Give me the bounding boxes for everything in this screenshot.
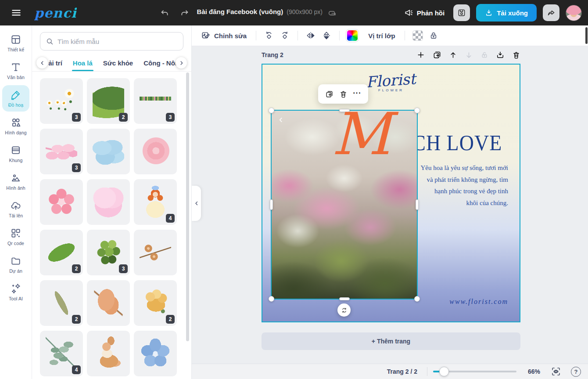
avatar[interactable] [566, 5, 582, 21]
top-bar: penci Bài đăng Facebook (vuông) (900x900… [0, 0, 588, 25]
sidebar-item-image[interactable]: Hình ảnh [2, 168, 29, 195]
header-actions: Phản hồi Tải xuống [404, 4, 588, 22]
tab-suc-khoe[interactable]: Sức khỏe [98, 54, 138, 71]
graphic-thumbnail[interactable]: 2 [134, 280, 177, 326]
graphic-thumbnail[interactable] [134, 331, 177, 376]
search-input[interactable] [57, 38, 178, 45]
graphic-thumbnail[interactable]: 2 [40, 230, 83, 275]
preview-icon[interactable] [551, 366, 561, 377]
duplicate-element-icon[interactable] [325, 90, 333, 98]
sidebar-item-qrcode[interactable]: Qr code [2, 224, 29, 250]
zoom-slider[interactable] [433, 367, 516, 376]
image-prev-arrow-icon[interactable] [278, 117, 284, 123]
website-text[interactable]: www.florist.com [449, 298, 508, 306]
variant-count-badge: 3 [72, 113, 81, 122]
window-scrollbar-thumb[interactable] [585, 27, 588, 44]
graphic-thumbnail[interactable]: 2 [40, 280, 83, 326]
graphic-thumbnail[interactable]: 2 [87, 78, 130, 124]
flip-horizontal-icon[interactable] [304, 29, 318, 43]
tab-hoa-la[interactable]: Hoa lá [68, 54, 98, 71]
rotate-right-icon[interactable] [278, 29, 292, 43]
graphic-thumbnail[interactable]: 3 [40, 129, 83, 174]
graphic-thumbnail[interactable]: 3 [40, 78, 83, 124]
tabs-scroll-right-button[interactable] [176, 57, 187, 69]
text-icon [10, 61, 22, 73]
sidebar-item-graphics[interactable]: Đồ hoạ [2, 85, 29, 112]
graphic-thumbnail[interactable] [40, 179, 83, 225]
help-icon[interactable]: ? [571, 367, 581, 377]
color-picker-swatch[interactable] [345, 29, 359, 43]
more-options-icon[interactable]: ··· [353, 89, 362, 99]
body-text[interactable]: Yêu hoa là yêu sự sống, tươi mới và phát… [412, 162, 508, 209]
tab-cong-nong-nghiep[interactable]: Công - Nông ng [138, 54, 178, 71]
sidebar-item-text[interactable]: Văn bản [2, 58, 29, 84]
graphic-thumbnail[interactable]: 4 [40, 331, 83, 376]
graphic-thumbnail[interactable] [134, 129, 177, 174]
layer-position-button[interactable]: Vị trí lớp [365, 29, 399, 42]
sidebar-item-ai-tools[interactable]: Tool AI [2, 279, 29, 305]
move-page-up-icon[interactable] [449, 51, 457, 59]
sidebar-item-upload[interactable]: Tải lên [2, 196, 29, 222]
rotate-element-handle[interactable] [337, 303, 351, 317]
graphic-thumbnail[interactable]: 3 [134, 78, 177, 124]
resize-handle-w[interactable] [270, 199, 273, 210]
resize-handle-sw[interactable] [269, 296, 274, 302]
download-button[interactable]: Tải xuống [476, 4, 537, 22]
resize-icon[interactable] [328, 8, 337, 18]
graphic-thumbnail[interactable] [87, 129, 130, 174]
unlock-page-icon[interactable] [480, 51, 488, 59]
delete-page-icon[interactable] [512, 51, 520, 59]
category-tabs: ải trí Hoa lá Sức khỏe Công - Nông ng [32, 54, 191, 72]
graphic-thumbnail[interactable]: 4 [134, 179, 177, 225]
sidebar-item-frame[interactable]: Khung [2, 141, 29, 167]
zoom-slider-knob[interactable] [439, 367, 449, 376]
sidebar-item-shapes[interactable]: Hình dạng [2, 113, 29, 139]
menu-icon[interactable] [6, 3, 26, 23]
graphic-thumbnail[interactable]: 3 [87, 230, 130, 275]
app-logo[interactable]: penci [34, 5, 77, 21]
graphic-thumbnail[interactable] [87, 179, 130, 225]
rotate-left-icon[interactable] [262, 29, 276, 43]
headline-initial[interactable]: M [332, 105, 391, 163]
rainbow-swatch-icon [346, 29, 359, 42]
save-icon [457, 8, 466, 17]
download-page-icon[interactable] [496, 51, 505, 59]
search-box [40, 32, 183, 51]
resize-handle-ne[interactable] [414, 108, 420, 113]
tab-giai-tri[interactable]: ải trí [49, 54, 68, 71]
download-icon [485, 9, 493, 17]
design-canvas[interactable]: Florist FLOWER ··· [262, 64, 520, 322]
share-button[interactable] [543, 4, 559, 21]
resize-handle-se[interactable] [414, 296, 420, 302]
document-title[interactable]: Bài đăng Facebook (vuông) [197, 8, 283, 15]
graphic-thumbnail[interactable] [87, 331, 130, 376]
sidebar-item-design[interactable]: Thiết kế [2, 30, 29, 56]
brand-logo[interactable]: Florist FLOWER [262, 72, 520, 92]
graphic-thumbnail[interactable] [87, 280, 130, 326]
megaphone-icon [404, 8, 414, 18]
feedback-button[interactable]: Phản hồi [404, 8, 445, 18]
chevron-left-icon [194, 201, 199, 206]
move-page-down-icon[interactable] [465, 51, 473, 59]
panel-collapse-handle[interactable] [192, 186, 201, 221]
resize-handle-s[interactable] [339, 297, 350, 300]
save-button[interactable] [453, 4, 470, 21]
undo-icon[interactable] [160, 8, 169, 18]
lock-icon[interactable] [427, 29, 441, 43]
delete-element-icon[interactable] [339, 90, 348, 98]
edit-image-button[interactable]: Chỉnh sửa [197, 28, 250, 43]
resize-handle-e[interactable] [416, 199, 419, 210]
add-element-icon[interactable] [416, 51, 425, 59]
redo-icon[interactable] [180, 8, 189, 18]
add-page-button[interactable]: + Thêm trang [262, 332, 520, 350]
panel-scrollbar[interactable] [186, 72, 189, 341]
resize-handle-nw[interactable] [269, 108, 274, 113]
flip-vertical-icon[interactable] [319, 29, 333, 43]
page-title: Trang 2 [262, 51, 283, 58]
graphic-thumbnail[interactable] [134, 230, 177, 275]
sidebar-item-projects[interactable]: Dự án [2, 251, 29, 278]
transparency-icon[interactable] [411, 29, 425, 43]
duplicate-page-icon[interactable] [433, 51, 441, 59]
editor-main: Chỉnh sửa [192, 25, 588, 379]
tabs-scroll-left-button[interactable] [36, 57, 48, 69]
